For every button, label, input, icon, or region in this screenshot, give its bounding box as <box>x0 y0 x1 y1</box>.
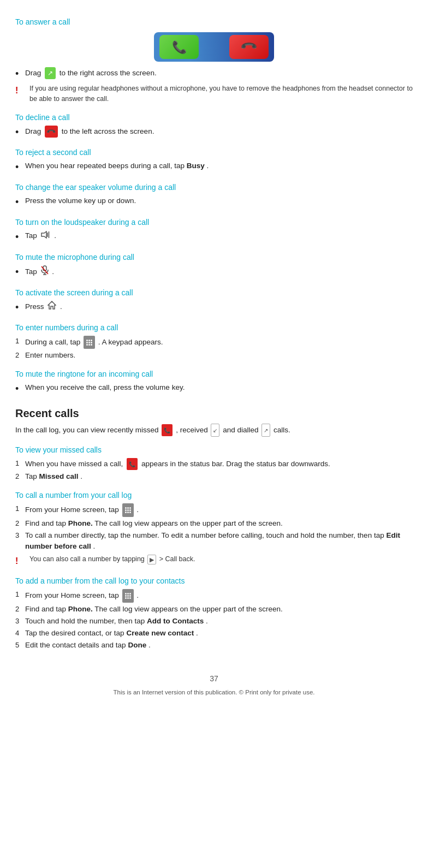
step-num-vm2: 2 <box>15 471 25 482</box>
add-contacts-step1-text: From your Home screen, tap . <box>25 589 139 602</box>
step-num-ac4: 4 <box>15 628 25 639</box>
section-view-missed: To view your missed calls 1 When you hav… <box>15 444 413 483</box>
bullet-dot-6: • <box>15 265 25 279</box>
decline-call-bullet: • Drag 📞 to the left across the screen. <box>15 126 413 139</box>
warning-icon-2: ! <box>15 555 27 568</box>
bullet-dot-7: • <box>15 301 25 314</box>
loudspeaker-bullet: • Tap . <box>15 230 413 244</box>
mute-mic-bullet: • Tap . <box>15 265 413 279</box>
heading-reject-second: To reject a second call <box>15 147 413 158</box>
call-buttons-image: 📞 📞 <box>15 32 413 62</box>
section-recent-calls: Recent calls In the call log, you can vi… <box>15 405 413 437</box>
step-num-1: 1 <box>15 336 25 347</box>
speaker-icon <box>41 231 51 239</box>
add-contacts-step4: 4 Tap the desired contact, or tap Create… <box>15 628 413 639</box>
recent-calls-desc: In the call log, you can view recently m… <box>15 424 413 437</box>
section-reject-second: To reject a second call • When you hear … <box>15 147 413 174</box>
section-enter-numbers: To enter numbers during a call 1 During … <box>15 322 413 361</box>
bullet-dot-5: • <box>15 230 25 244</box>
section-activate-screen: To activate the screen during a call • P… <box>15 287 413 314</box>
view-missed-step1-text: When you have missed a call, 📞 appears i… <box>25 458 330 470</box>
heading-recent-calls: Recent calls <box>15 405 413 421</box>
add-contacts-step4-text: Tap the desired contact, or tap Create n… <box>25 628 198 639</box>
play-button-icon: ▶ <box>147 555 156 565</box>
enter-numbers-step1-text: During a call, tap . A keypad appears. <box>25 336 163 349</box>
ear-volume-text: Press the volume key up or down. <box>25 195 136 206</box>
view-missed-step2: 2 Tap Missed call . <box>15 471 413 482</box>
page-number: 37 <box>15 673 413 685</box>
call-log-warning: ! You can also call a number by tapping … <box>15 554 413 568</box>
call-log-step2-text: Find and tap Phone. The call log view ap… <box>25 518 283 529</box>
mute-ringtone-text: When you receive the call, press the vol… <box>25 382 185 393</box>
footer-text: This is an Internet version of this publ… <box>15 688 413 697</box>
warning-icon: ! <box>15 84 27 97</box>
bullet-dot: • <box>15 67 25 81</box>
call-log-step2: 2 Find and tap Phone. The call log view … <box>15 518 413 529</box>
add-contacts-step2: 2 Find and tap Phone. The call log view … <box>15 604 413 615</box>
heading-enter-numbers: To enter numbers during a call <box>15 322 413 334</box>
step-num-cl1: 1 <box>15 503 25 514</box>
mute-icon <box>41 265 49 275</box>
add-contacts-step2-text: Find and tap Phone. The call log view ap… <box>25 604 283 615</box>
home-grid-icon-2 <box>125 593 131 599</box>
answer-call-warning: ! If you are using regular headphones wi… <box>15 84 413 104</box>
call-log-warning-text: You can also call a number by tapping ▶ … <box>29 554 195 564</box>
missed-call-icon: 📞 <box>164 427 170 433</box>
add-contacts-step5-text: Edit the contact details and tap Done . <box>25 640 151 651</box>
bullet-dot-4: • <box>15 195 25 209</box>
heading-mute-ringtone: To mute the ringtone for an incoming cal… <box>15 368 413 380</box>
answer-button-green: 📞 <box>159 35 199 59</box>
mute-ringtone-bullet: • When you receive the call, press the v… <box>15 382 413 396</box>
section-decline-call: To decline a call • Drag 📞 to the left a… <box>15 112 413 139</box>
view-missed-step2-text: Tap Missed call . <box>25 471 82 482</box>
add-contacts-step3-text: Touch and hold the number, then tap Add … <box>25 616 208 627</box>
heading-call-from-log: To call a number from your call log <box>15 490 413 501</box>
call-log-step3-text: To call a number directly, tap the numbe… <box>25 530 413 552</box>
activate-screen-bullet: • Press . <box>15 301 413 314</box>
call-log-step3: 3 To call a number directly, tap the num… <box>15 530 413 552</box>
decline-call-text: Drag 📞 to the left across the screen. <box>25 126 154 138</box>
heading-loudspeaker: To turn on the loudspeaker during a call <box>15 217 413 228</box>
received-call-icon: ↙ <box>213 427 217 433</box>
bullet-dot-3: • <box>15 160 25 174</box>
answer-call-bullet: • Drag ↗ to the right across the screen. <box>15 67 413 81</box>
page-footer: 37 This is an Internet version of this p… <box>15 668 413 697</box>
heading-decline-call: To decline a call <box>15 112 413 123</box>
heading-answer-call: To answer a call <box>15 16 413 28</box>
step-num-vm1: 1 <box>15 458 25 469</box>
ear-volume-bullet: • Press the volume key up or down. <box>15 195 413 209</box>
bullet-dot-2: • <box>15 126 25 139</box>
section-call-from-log: To call a number from your call log 1 Fr… <box>15 490 413 568</box>
step-num-ac5: 5 <box>15 640 25 651</box>
svg-marker-0 <box>41 231 46 238</box>
call-log-step1-text: From your Home screen, tap . <box>25 503 139 516</box>
add-contacts-step1: 1 From your Home screen, tap . <box>15 589 413 602</box>
section-add-to-contacts: To add a number from the call log to you… <box>15 575 413 651</box>
activate-screen-text: Press . <box>25 301 62 313</box>
heading-activate-screen: To activate the screen during a call <box>15 287 413 299</box>
section-answer-call: To answer a call 📞 📞 • Drag ↗ to the rig… <box>15 16 413 104</box>
home-icon <box>47 301 56 310</box>
decline-button-red: 📞 <box>229 35 269 59</box>
step-num-ac2: 2 <box>15 604 25 615</box>
heading-view-missed: To view your missed calls <box>15 444 413 456</box>
heading-mute-mic: To mute the microphone during call <box>15 252 413 263</box>
heading-ear-volume: To change the ear speaker volume during … <box>15 182 413 193</box>
reject-second-bullet: • When you hear repeated beeps during a … <box>15 160 413 174</box>
view-missed-step1: 1 When you have missed a call, 📞 appears… <box>15 458 413 470</box>
step-num-ac1: 1 <box>15 589 25 600</box>
enter-numbers-step1: 1 During a call, tap . A keypad appears. <box>15 336 413 349</box>
keypad-icon <box>86 340 92 346</box>
loudspeaker-text: Tap . <box>25 230 56 242</box>
reject-second-text: When you hear repeated beeps during a ca… <box>25 160 209 171</box>
missed-status-icon: 📞 <box>129 461 135 467</box>
add-contacts-step5: 5 Edit the contact details and tap Done … <box>15 640 413 651</box>
svg-marker-7 <box>48 301 56 309</box>
add-contacts-step3: 3 Touch and hold the number, then tap Ad… <box>15 616 413 627</box>
section-loudspeaker: To turn on the loudspeaker during a call… <box>15 217 413 244</box>
step-num-cl2: 2 <box>15 518 25 529</box>
home-grid-icon <box>125 507 131 513</box>
bullet-dot-8: • <box>15 382 25 396</box>
dialled-call-icon: ↗ <box>264 427 268 433</box>
heading-add-to-contacts: To add a number from the call log to you… <box>15 575 413 587</box>
